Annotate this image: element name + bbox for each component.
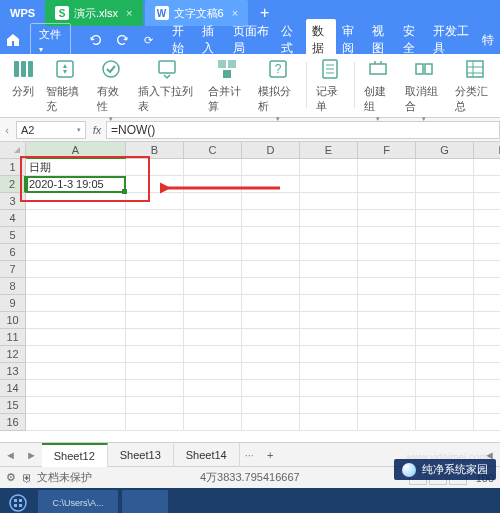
cell[interactable] bbox=[358, 380, 416, 397]
cell[interactable] bbox=[300, 363, 358, 380]
cell[interactable] bbox=[126, 397, 184, 414]
menu-review[interactable]: 审阅 bbox=[336, 19, 366, 61]
cell[interactable] bbox=[26, 380, 126, 397]
ribbon-group-button[interactable]: 创建组▾ bbox=[358, 58, 399, 114]
cell[interactable] bbox=[26, 244, 126, 261]
cell[interactable] bbox=[416, 346, 474, 363]
cell[interactable] bbox=[26, 346, 126, 363]
column-header[interactable]: A bbox=[26, 142, 126, 159]
row-header[interactable]: 11 bbox=[0, 329, 26, 346]
row-header[interactable]: 10 bbox=[0, 312, 26, 329]
cell[interactable] bbox=[184, 414, 242, 431]
sheet-tab[interactable]: Sheet12 bbox=[42, 443, 108, 467]
cell[interactable] bbox=[126, 193, 184, 210]
row-header[interactable]: 6 bbox=[0, 244, 26, 261]
cell[interactable] bbox=[26, 397, 126, 414]
cell[interactable] bbox=[242, 397, 300, 414]
row-header[interactable]: 16 bbox=[0, 414, 26, 431]
ribbon-ungroup-button[interactable]: 取消组合▾ bbox=[399, 58, 450, 114]
column-header[interactable]: G bbox=[416, 142, 474, 159]
cell[interactable] bbox=[242, 295, 300, 312]
menu-formula[interactable]: 公式 bbox=[275, 19, 305, 61]
cell[interactable] bbox=[358, 227, 416, 244]
cell[interactable] bbox=[300, 312, 358, 329]
cell[interactable] bbox=[358, 414, 416, 431]
column-header[interactable]: H bbox=[474, 142, 500, 159]
cell[interactable] bbox=[242, 380, 300, 397]
cell[interactable] bbox=[300, 261, 358, 278]
cell[interactable] bbox=[184, 193, 242, 210]
undo-icon[interactable] bbox=[87, 28, 105, 52]
cell[interactable] bbox=[184, 312, 242, 329]
cell[interactable] bbox=[416, 278, 474, 295]
cell[interactable] bbox=[300, 193, 358, 210]
row-header[interactable]: 14 bbox=[0, 380, 26, 397]
row-header[interactable]: 3 bbox=[0, 193, 26, 210]
cell[interactable] bbox=[358, 312, 416, 329]
redo-icon[interactable] bbox=[113, 28, 131, 52]
cell[interactable] bbox=[126, 261, 184, 278]
cell[interactable] bbox=[474, 261, 500, 278]
fx-icon[interactable]: fx bbox=[88, 124, 106, 136]
cell[interactable] bbox=[300, 329, 358, 346]
cell[interactable]: 2020-1-3 19:05 bbox=[26, 176, 126, 193]
cell[interactable] bbox=[358, 244, 416, 261]
cell[interactable] bbox=[26, 261, 126, 278]
cell[interactable] bbox=[300, 210, 358, 227]
cell[interactable] bbox=[416, 210, 474, 227]
cell[interactable] bbox=[126, 176, 184, 193]
cell[interactable] bbox=[242, 193, 300, 210]
cell[interactable] bbox=[416, 193, 474, 210]
home-icon[interactable] bbox=[4, 28, 22, 52]
add-sheet-button[interactable]: + bbox=[259, 449, 281, 461]
cell[interactable] bbox=[242, 159, 300, 176]
row-header[interactable]: 8 bbox=[0, 278, 26, 295]
row-header[interactable]: 5 bbox=[0, 227, 26, 244]
cell[interactable] bbox=[300, 295, 358, 312]
ribbon-dropdown-button[interactable]: 插入下拉列表 bbox=[132, 58, 202, 114]
cell[interactable] bbox=[416, 244, 474, 261]
cell[interactable] bbox=[26, 414, 126, 431]
menu-security[interactable]: 安全 bbox=[397, 19, 427, 61]
column-header[interactable]: B bbox=[126, 142, 184, 159]
chevron-down-icon[interactable]: ▾ bbox=[77, 126, 81, 134]
cell[interactable] bbox=[300, 159, 358, 176]
cell[interactable] bbox=[126, 329, 184, 346]
cell[interactable] bbox=[416, 312, 474, 329]
cell[interactable] bbox=[474, 176, 500, 193]
cell[interactable] bbox=[184, 278, 242, 295]
cell[interactable] bbox=[416, 397, 474, 414]
select-all-corner[interactable] bbox=[0, 142, 26, 159]
cell[interactable] bbox=[300, 380, 358, 397]
collapse-icon[interactable]: ‹ bbox=[0, 124, 14, 136]
cell[interactable] bbox=[26, 329, 126, 346]
cell[interactable] bbox=[126, 278, 184, 295]
menu-home[interactable]: 开始 bbox=[166, 19, 196, 61]
cell[interactable] bbox=[358, 346, 416, 363]
cell[interactable] bbox=[26, 363, 126, 380]
close-icon[interactable]: × bbox=[126, 7, 132, 19]
cell[interactable] bbox=[358, 159, 416, 176]
sheet-more[interactable]: ··· bbox=[240, 449, 259, 461]
cell[interactable] bbox=[474, 295, 500, 312]
cell[interactable] bbox=[26, 278, 126, 295]
cell[interactable] bbox=[126, 346, 184, 363]
cell[interactable] bbox=[300, 227, 358, 244]
cell[interactable] bbox=[242, 210, 300, 227]
cell[interactable] bbox=[242, 176, 300, 193]
cell[interactable] bbox=[184, 176, 242, 193]
cell[interactable]: 日期 bbox=[26, 159, 126, 176]
refresh-icon[interactable]: ⟳ bbox=[139, 28, 157, 52]
cell[interactable] bbox=[358, 261, 416, 278]
cell[interactable] bbox=[416, 363, 474, 380]
sheet-tab[interactable]: Sheet13 bbox=[108, 443, 174, 467]
cell[interactable] bbox=[126, 363, 184, 380]
cell[interactable] bbox=[242, 346, 300, 363]
menu-data[interactable]: 数据 bbox=[306, 19, 336, 61]
row-header[interactable]: 9 bbox=[0, 295, 26, 312]
cell[interactable] bbox=[126, 227, 184, 244]
name-box[interactable]: A2 ▾ bbox=[16, 121, 86, 139]
column-header[interactable]: F bbox=[358, 142, 416, 159]
cell[interactable] bbox=[126, 244, 184, 261]
cell[interactable] bbox=[184, 329, 242, 346]
